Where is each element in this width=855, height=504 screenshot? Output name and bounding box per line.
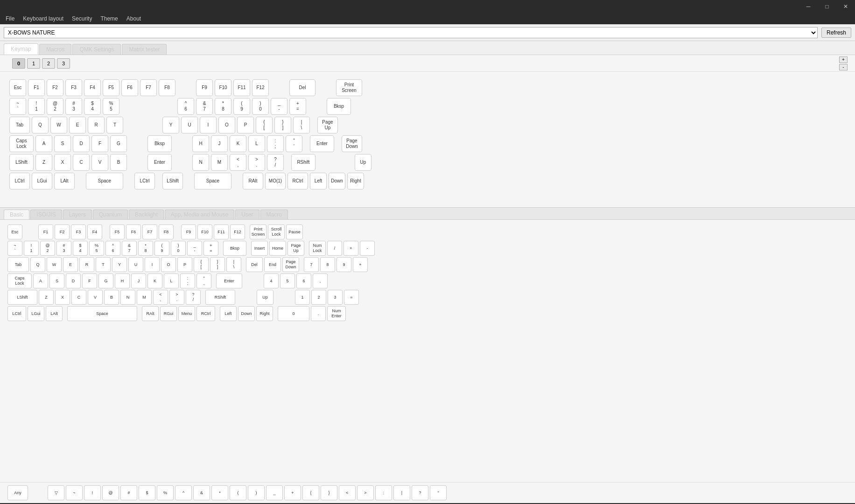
small-keyboard-key[interactable]: LAlt [46,306,63,321]
small-keyboard-key[interactable]: Page Up [287,241,304,256]
small-keyboard-key[interactable]: ) 0 [171,241,186,256]
keyboard-key[interactable]: | \ [293,117,310,133]
any-key[interactable]: ) [248,485,265,500]
bottom-tab-layers[interactable]: Layers [63,210,92,219]
small-keyboard-key[interactable]: Y [112,257,127,272]
small-keyboard-key[interactable]: L [164,273,179,288]
keyboard-key[interactable]: RShift [291,154,315,171]
small-keyboard-key[interactable]: RGui [160,306,177,321]
small-keyboard-key[interactable]: F11 [214,224,229,239]
any-key[interactable]: " [430,485,447,500]
keyboard-key[interactable]: { [ [256,117,273,133]
small-keyboard-key[interactable]: ( 9 [154,241,169,256]
small-keyboard-key[interactable]: 4 [264,273,279,288]
keyboard-key[interactable]: ( 9 [233,98,250,115]
small-keyboard-key[interactable]: % 5 [89,241,104,256]
small-keyboard-key[interactable]: " , [196,273,211,288]
small-keyboard-key[interactable]: P [177,257,192,272]
keyboard-key[interactable]: F9 [196,79,213,96]
any-key[interactable]: : [375,485,392,500]
small-keyboard-key[interactable]: 9 [336,257,351,272]
small-keyboard-key[interactable]: 2 [311,290,326,305]
small-keyboard-key[interactable]: # 3 [56,241,71,256]
small-keyboard-key[interactable]: RCtrl [196,306,215,321]
small-keyboard-key[interactable]: Enter [216,273,242,288]
small-keyboard-key[interactable]: & 7 [122,241,137,256]
small-keyboard-key[interactable]: + = [203,241,218,256]
keyboard-key[interactable]: Q [32,117,49,133]
any-key[interactable]: ^ [175,485,192,500]
keyboard-key[interactable]: Y [162,117,179,133]
small-keyboard-key[interactable]: Bksp [223,241,246,256]
small-keyboard-key[interactable]: T [96,257,111,272]
small-keyboard-key[interactable]: D [66,273,81,288]
small-keyboard-key[interactable]: Caps Lock [7,273,32,288]
keyboard-key[interactable]: R [88,117,105,133]
small-keyboard-key[interactable]: F [82,273,97,288]
keyboard-key[interactable]: C [73,154,90,171]
small-keyboard-key[interactable]: Page Down [282,257,299,272]
close-button[interactable]: ✕ [836,0,855,13]
keyboard-key[interactable]: V [91,154,108,171]
keyboard-key[interactable]: F3 [65,79,82,96]
keyboard-key[interactable]: Space [194,173,231,189]
any-key[interactable]: < [339,485,356,500]
keyboard-key[interactable]: ^ 6 [177,98,194,115]
any-key[interactable]: ( [230,485,246,500]
keyboard-key[interactable]: RAlt [243,173,263,189]
small-keyboard-key[interactable]: Up [257,290,273,305]
small-keyboard-key[interactable]: G [98,273,113,288]
any-key[interactable]: _ [266,485,283,500]
keyboard-key[interactable]: U [181,117,198,133]
small-keyboard-key[interactable]: End [264,257,281,272]
small-keyboard-key[interactable]: ~ ` [7,241,22,256]
keyboard-key[interactable]: # 3 [65,98,82,115]
any-key[interactable]: @ [102,485,119,500]
small-keyboard-key[interactable]: V [88,290,103,305]
keyboard-key[interactable]: Page Down [342,135,362,152]
small-keyboard-key[interactable]: . [311,306,326,321]
small-keyboard-key[interactable]: 3 [328,290,343,305]
small-keyboard-key[interactable]: * 8 [138,241,153,256]
keyboard-key[interactable]: Enter [147,154,172,171]
any-key[interactable]: # [120,485,137,500]
device-select[interactable]: X-BOWS NATURE [4,27,818,38]
keyboard-key[interactable]: F4 [84,79,101,96]
layer-button-2[interactable]: 2 [42,58,55,69]
small-keyboard-key[interactable]: < , [153,290,168,305]
small-keyboard-key[interactable]: + [343,241,358,256]
small-keyboard-key[interactable]: ! 1 [24,241,39,256]
small-keyboard-key[interactable]: Del [246,257,263,272]
any-key[interactable]: Any [7,485,28,500]
keyboard-key[interactable]: Tab [9,117,30,133]
small-keyboard-key[interactable]: Num Enter [327,306,346,321]
small-keyboard-key[interactable]: Space [67,306,137,321]
small-keyboard-key[interactable]: = [344,290,359,305]
keyboard-key[interactable]: X [54,154,71,171]
bottom-tab-macro[interactable]: Macro [260,210,288,219]
keyboard-key[interactable]: Enter [310,135,334,152]
bottom-tab-quantum[interactable]: Quantum [93,210,128,219]
any-key[interactable]: % [157,485,174,500]
small-keyboard-key[interactable]: Right [256,306,273,321]
keyboard-key[interactable]: J [211,135,228,152]
maximize-button[interactable]: □ [818,0,836,13]
small-keyboard-key[interactable]: Print Screen [250,224,266,239]
bottom-tab-backlight[interactable]: Backlight [129,210,164,219]
keyboard-key[interactable]: Left [310,173,327,189]
keyboard-key[interactable]: F1 [28,79,45,96]
keyboard-key[interactable]: F5 [103,79,119,96]
keyboard-key[interactable]: : ; [267,135,284,152]
keyboard-key[interactable]: G [110,135,127,152]
keyboard-key[interactable]: F6 [121,79,138,96]
small-keyboard-key[interactable]: Scroll Lock [268,224,285,239]
bottom-tab-user[interactable]: User [235,210,259,219]
tab-matrixtester[interactable]: Matrix tester [122,44,167,55]
keyboard-key[interactable]: ~ ` [9,98,26,115]
bottom-tab-basic[interactable]: Basic [4,210,29,219]
small-keyboard-key[interactable]: X [55,290,70,305]
keyboard-key[interactable]: _ - [271,98,287,115]
keyboard-key[interactable]: ) 0 [252,98,269,115]
any-key[interactable]: { [302,485,319,500]
small-keyboard-key[interactable]: ^ 6 [105,241,120,256]
